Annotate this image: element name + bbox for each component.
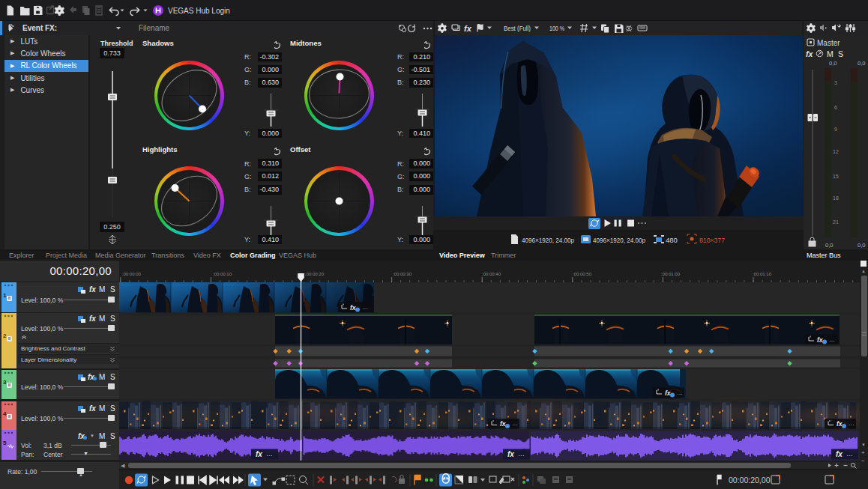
svg-text:Best (Full): Best (Full) — [504, 24, 531, 32]
svg-text:00:00:20,00: 00:00:20,00 — [729, 476, 771, 485]
svg-text:0,0: 0,0 — [858, 60, 865, 67]
svg-text:100 %: 100 % — [549, 24, 564, 32]
svg-text:…: … — [829, 336, 835, 343]
svg-text:…: … — [518, 450, 525, 458]
svg-text:4096×1920, 24.00p: 4096×1920, 24.00p — [522, 236, 574, 244]
svg-text:0,0: 0,0 — [858, 242, 865, 249]
svg-text:3: 3 — [834, 80, 837, 85]
svg-text:;00:00:20: ;00:00:20 — [305, 272, 325, 276]
svg-text:;00:01:10: ;00:01:10 — [753, 272, 772, 276]
svg-text:Filename: Filename — [139, 24, 170, 32]
svg-text:fx: fx — [507, 450, 514, 458]
svg-text:…: … — [362, 304, 368, 311]
svg-text:S: S — [838, 49, 843, 58]
svg-text:810×377: 810×377 — [699, 236, 725, 244]
svg-text:;00:00:30: ;00:00:30 — [393, 272, 412, 276]
svg-text:15: 15 — [833, 174, 839, 179]
svg-text:fx: fx — [806, 49, 813, 58]
svg-text:6: 6 — [834, 105, 837, 110]
svg-text:…: … — [846, 450, 853, 458]
svg-text:…: … — [849, 420, 855, 427]
svg-text:fx: fx — [256, 450, 262, 458]
svg-text:;00:00:40: ;00:00:40 — [482, 272, 501, 276]
svg-text:fx: fx — [836, 450, 843, 458]
svg-text:480: 480 — [666, 236, 678, 244]
svg-text:9: 9 — [834, 127, 837, 132]
svg-text:12: 12 — [833, 149, 839, 154]
svg-text:VEGAS Hub Login: VEGAS Hub Login — [168, 7, 230, 15]
svg-text:0,0: 0,0 — [825, 242, 833, 249]
svg-text:18: 18 — [833, 195, 839, 201]
svg-text:;00:00:50: ;00:00:50 — [573, 272, 592, 276]
svg-text:fx: fx — [464, 24, 472, 33]
svg-text:21: 21 — [833, 219, 839, 225]
svg-text:4096×1920, 24.00p: 4096×1920, 24.00p — [593, 236, 645, 244]
svg-text:Master: Master — [817, 39, 840, 47]
svg-text:0,0: 0,0 — [829, 60, 837, 67]
svg-text:M: M — [827, 49, 834, 58]
svg-text:…: … — [512, 420, 518, 427]
svg-text:;00:00:00: ;00:00:00 — [122, 272, 142, 276]
svg-text:…: … — [266, 450, 273, 458]
svg-text:Event FX:: Event FX: — [22, 24, 57, 32]
svg-text:;00:01:00: ;00:01:00 — [661, 272, 681, 276]
svg-text:;00:00:10: ;00:00:10 — [213, 272, 232, 276]
svg-text:…: … — [677, 389, 683, 396]
